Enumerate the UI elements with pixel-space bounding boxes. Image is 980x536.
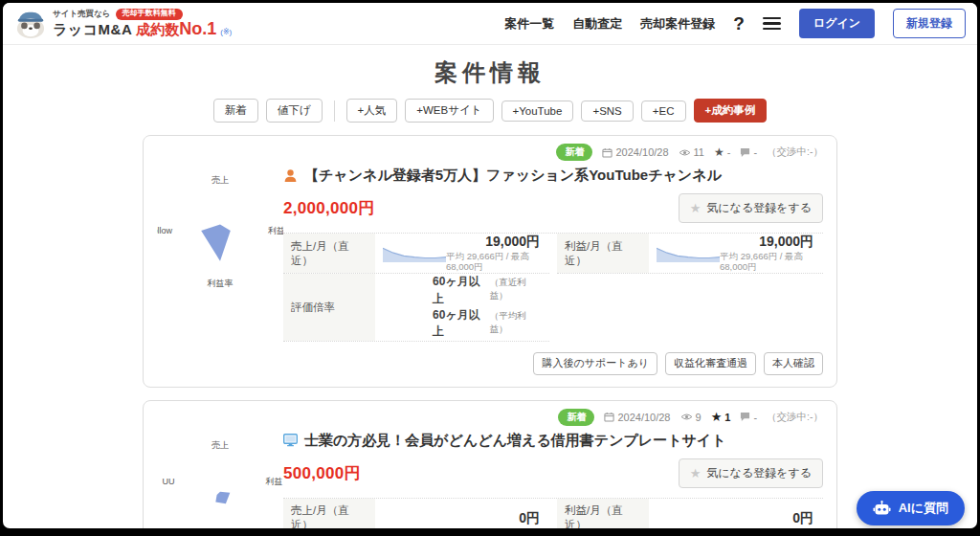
filter-price-drop[interactable]: 値下げ [266,99,323,123]
new-badge: 新着 [558,409,594,426]
star-icon: ★ [690,466,702,480]
listing-price: 500,000円 [283,462,361,484]
star-icon: ★ [711,410,723,424]
radar-column: 売上利益利益率PVUU [157,428,283,528]
browser-page: サイト売買なら 売却手数料無料 ラッコM&A 成約数No.1 (※) 案件一覧 … [3,3,977,528]
listing-tags: 購入後のサポートあり 収益化審査通過 本人確認 [283,352,823,375]
comment-icon [740,412,750,422]
filter-website[interactable]: +WEBサイト [405,99,493,123]
svg-text:売上: 売上 [212,175,229,185]
favorite-count: ★ 1 [711,410,731,424]
new-badge: 新着 [556,144,592,161]
view-count: 9 [680,412,702,423]
card-meta: 新着 2024/10/28 9 ★ 1 - （交渉中:-） [157,409,823,426]
metrics-table: 売上/月（直近） 19,000円 平均 29,666円 / 最高 68,000円 [283,233,823,342]
radar-chart: 売上利益利益率PVUU [157,428,283,528]
filter-divider [334,100,335,122]
tag-monetization: 収益化審査通過 [665,352,756,375]
calendar-icon [604,412,614,422]
filter-new[interactable]: 新着 [213,99,258,123]
listing-title[interactable]: 士業の方必見！会員がどんどん増える借用書テンプレートサイト [304,432,726,450]
filter-ec[interactable]: +EC [641,100,686,122]
negotiation-status: （交渉中:-） [767,145,823,159]
svg-text:利益率: 利益率 [207,279,234,288]
listing-list: 新着 2024/10/28 11 ★ - - （交渉中:-） [143,135,837,528]
listing-date: 2024/10/28 [602,146,668,158]
card-main: 【チャンネル登録者5万人】ファッション系YouTubeチャンネル 2,000,0… [283,163,823,375]
sparkline-chart [657,244,720,263]
brand-name: ラッコM&A [53,22,132,38]
comment-icon [740,147,750,158]
login-button[interactable]: ログイン [799,9,875,38]
sparkline-chart [383,244,446,263]
metric-sales: 売上/月（直近） 19,000円 平均 29,666円 / 最高 68,000円 [283,234,549,274]
logo-text: サイト売買なら 売却手数料無料 ラッコM&A 成約数No.1 (※) [53,9,232,39]
filter-popular[interactable]: +人気 [346,99,398,123]
site-logo[interactable]: サイト売買なら 売却手数料無料 ラッコM&A 成約数No.1 (※) [14,9,232,39]
raccoon-mascot-icon [14,9,47,39]
fee-free-badge: 売却手数料無料 [116,9,183,20]
filter-closed-deals[interactable]: +成約事例 [694,99,768,123]
card-meta: 新着 2024/10/28 11 ★ - - （交渉中:-） [157,144,823,161]
listing-title[interactable]: 【チャンネル登録者5万人】ファッション系YouTubeチャンネル [304,167,722,185]
comment-count: - [740,412,757,423]
view-count: 11 [679,146,704,158]
eye-icon [679,148,691,157]
card-main: 士業の方必見！会員がどんどん増える借用書テンプレートサイト 500,000円 ★… [283,428,823,528]
metric-profit: 利益/月（直近） 0円 [557,499,823,528]
metric-profit: 利益/月（直近） 19,000円 平均 29,666円 / 最高 68,000円 [557,234,823,274]
hamburger-menu-icon[interactable] [763,17,781,30]
radar-column: 売上利益利益率Follow [157,163,283,375]
favorite-register-button[interactable]: ★ 気になる登録をする [679,458,823,488]
empty-cell [557,274,823,342]
help-icon[interactable]: ? [733,13,745,34]
header-nav: 案件一覧 自動査定 売却案件登録 ? ログイン 新規登録 [504,9,966,38]
nav-item-listings[interactable]: 案件一覧 [504,15,554,33]
tag-support: 購入後のサポートあり [533,352,657,375]
listing-card[interactable]: 新着 2024/10/28 9 ★ 1 - （交渉中:-） [143,400,837,528]
card-body: 売上利益利益率Follow 【チャンネル登録者5万人】ファッション系YouTub… [157,163,823,375]
tag-identity-verified: 本人確認 [764,352,823,375]
person-icon [283,168,298,183]
radar-chart: 売上利益利益率Follow [157,163,283,295]
nav-item-sell-registration[interactable]: 売却案件登録 [640,15,715,33]
favorite-register-button[interactable]: ★ 気になる登録をする [679,193,823,223]
eye-icon [680,413,693,421]
favorite-count: ★ - [714,145,730,159]
svg-text:利益: 利益 [267,226,283,235]
ask-ai-button[interactable]: AIに質問 [857,491,965,525]
svg-text:UU: UU [162,476,174,485]
logo-tagline: サイト売買なら [53,10,111,18]
svg-text:Follow: Follow [157,226,172,235]
metric-multiple: 評価倍率 60ヶ月以上（直近利益） 60ヶ月以上（平均利益） [283,274,549,342]
card-body: 売上利益利益率PVUU 士業の方必見！会員がどんどん増える借用書テンプレートサイ… [157,428,823,528]
page-title: 案件情報 [3,57,977,88]
metrics-table: 売上/月（直近） 0円 利益/月（直近） 0円 [283,498,823,528]
filter-sns[interactable]: +SNS [581,100,633,122]
comment-count: - [740,146,757,158]
achievement-note: (※) [220,29,232,37]
listing-date: 2024/10/28 [604,412,670,423]
metric-sales: 売上/月（直近） 0円 [283,499,549,528]
site-header: サイト売買なら 売却手数料無料 ラッコM&A 成約数No.1 (※) 案件一覧 … [3,3,977,45]
listing-price: 2,000,000円 [283,197,375,219]
filter-youtube[interactable]: +YouTube [501,100,574,122]
achievement-text: 成約数No.1 [136,20,216,39]
star-icon: ★ [714,145,724,159]
signup-button[interactable]: 新規登録 [893,9,966,38]
star-icon: ★ [690,201,702,215]
filter-bar: 新着 値下げ +人気 +WEBサイト +YouTube +SNS +EC +成約… [3,99,977,123]
monitor-icon [283,434,298,447]
robot-icon [873,501,891,516]
listing-card[interactable]: 新着 2024/10/28 11 ★ - - （交渉中:-） [143,135,837,388]
calendar-icon [602,147,612,158]
svg-text:売上: 売上 [212,440,229,450]
nav-item-auto-appraisal[interactable]: 自動査定 [572,15,622,33]
negotiation-status: （交渉中:-） [767,411,823,424]
svg-text:利益: 利益 [265,476,283,485]
